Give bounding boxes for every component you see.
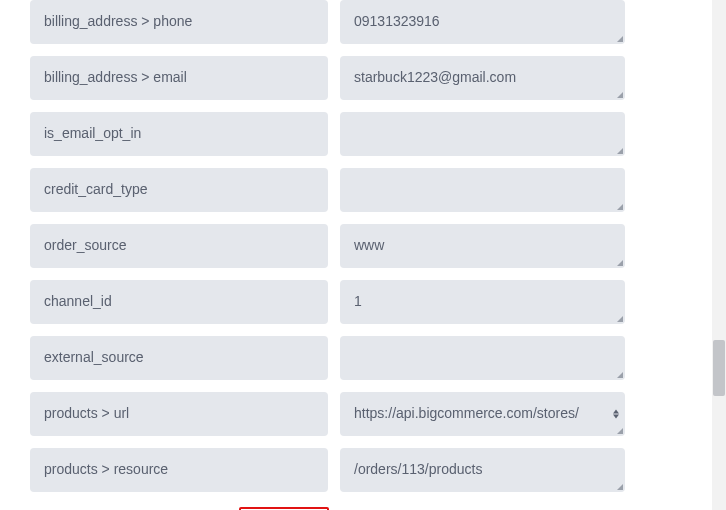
label-text: credit_card_type xyxy=(44,180,148,200)
field-value-order-source[interactable]: www xyxy=(340,224,625,268)
field-value-credit-card-type[interactable] xyxy=(340,168,625,212)
field-value-is-email-opt-in[interactable] xyxy=(340,112,625,156)
field-row-billing-phone: billing_address > phone 09131323916 xyxy=(30,0,625,44)
field-value-external-source[interactable] xyxy=(340,336,625,380)
chevron-up-icon xyxy=(613,410,619,414)
resize-handle-icon xyxy=(617,204,623,210)
label-text: is_email_opt_in xyxy=(44,124,141,144)
value-text: /orders/113/products xyxy=(354,460,482,480)
chevron-down-icon xyxy=(613,415,619,419)
label-text: billing_address > phone xyxy=(44,12,192,32)
value-text: https://api.bigcommerce.com/stores/ xyxy=(354,404,579,424)
field-label: external_source xyxy=(30,336,328,380)
field-row-products-resource: products > resource /orders/113/products xyxy=(30,448,625,492)
value-text: www xyxy=(354,236,384,256)
field-label: billing_address > phone xyxy=(30,0,328,44)
resize-handle-icon xyxy=(617,260,623,266)
resize-handle-icon xyxy=(617,92,623,98)
label-text: billing_address > email xyxy=(44,68,187,88)
spinner-control[interactable] xyxy=(613,410,619,419)
label-text: external_source xyxy=(44,348,144,368)
field-row-order-source: order_source www xyxy=(30,224,625,268)
label-text: channel_id xyxy=(44,292,112,312)
resize-handle-icon xyxy=(617,316,623,322)
field-label: billing_address > email xyxy=(30,56,328,100)
field-value-channel-id[interactable]: 1 xyxy=(340,280,625,324)
field-label: is_email_opt_in xyxy=(30,112,328,156)
form-container: billing_address > phone 09131323916 bill… xyxy=(0,0,655,510)
field-value-products-url[interactable]: https://api.bigcommerce.com/stores/ xyxy=(340,392,625,436)
field-label: order_source xyxy=(30,224,328,268)
resize-handle-icon xyxy=(617,372,623,378)
field-row-is-email-opt-in: is_email_opt_in xyxy=(30,112,625,156)
field-row-channel-id: channel_id 1 xyxy=(30,280,625,324)
value-text: starbuck1223@gmail.com xyxy=(354,68,516,88)
value-text: 1 xyxy=(354,292,362,312)
label-text: products > url xyxy=(44,404,129,424)
label-text: order_source xyxy=(44,236,127,256)
resize-handle-icon xyxy=(617,484,623,490)
field-label: products > resource xyxy=(30,448,328,492)
field-row-billing-email: billing_address > email starbuck1223@gma… xyxy=(30,56,625,100)
field-value-billing-phone[interactable]: 09131323916 xyxy=(340,0,625,44)
value-text: 09131323916 xyxy=(354,12,440,32)
resize-handle-icon xyxy=(617,428,623,434)
field-value-billing-email[interactable]: starbuck1223@gmail.com xyxy=(340,56,625,100)
field-label: products > url xyxy=(30,392,328,436)
field-label: channel_id xyxy=(30,280,328,324)
scrollbar-track[interactable] xyxy=(712,0,726,510)
label-text: products > resource xyxy=(44,460,168,480)
field-row-credit-card-type: credit_card_type xyxy=(30,168,625,212)
scrollbar-thumb[interactable] xyxy=(713,340,725,396)
field-label: credit_card_type xyxy=(30,168,328,212)
resize-handle-icon xyxy=(617,36,623,42)
resize-handle-icon xyxy=(617,148,623,154)
field-value-products-resource[interactable]: /orders/113/products xyxy=(340,448,625,492)
field-row-external-source: external_source xyxy=(30,336,625,380)
field-row-products-url: products > url https://api.bigcommerce.c… xyxy=(30,392,625,436)
